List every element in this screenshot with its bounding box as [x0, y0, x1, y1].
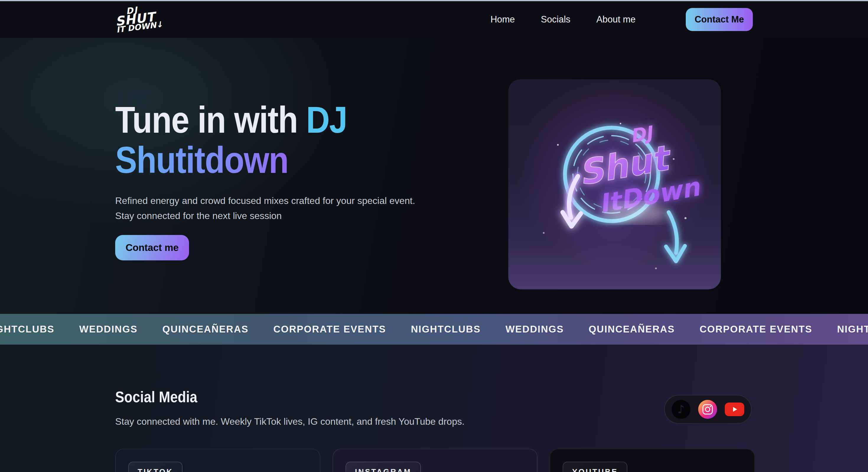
events-marquee: NIGHTCLUBS WEDDINGS QUINCEAÑERAS CORPORA… — [0, 314, 868, 345]
hero-title-line-2: Shutitdown — [115, 140, 347, 180]
tiktok-card[interactable]: TIKTOK — [115, 449, 320, 472]
marquee-item: WEDDINGS — [505, 324, 564, 335]
navbar: DJ SHUT IT DOWN↓ Home Socials About me C… — [0, 1, 868, 38]
hero-title-dj: DJ — [306, 99, 347, 141]
youtube-icon[interactable] — [725, 403, 744, 416]
marquee-item: NIGHTCLUBS — [837, 324, 868, 335]
instagram-icon[interactable] — [698, 400, 717, 419]
nav-link-about-me[interactable]: About me — [596, 14, 636, 25]
marquee-item: QUINCEAÑERAS — [162, 324, 249, 335]
social-cards-row: TIKTOK INSTAGRAM YOUTUBE — [115, 449, 755, 472]
youtube-card[interactable]: YOUTUBE — [550, 449, 755, 472]
dj-shutitdown-logo[interactable]: DJ SHUT IT DOWN↓ — [114, 4, 163, 33]
marquee-item: QUINCEAÑERAS — [589, 324, 675, 335]
instagram-card[interactable]: INSTAGRAM — [333, 449, 538, 472]
hero-title-line-1: Tune in with DJ — [115, 100, 347, 140]
hero-artwork-card: DJ Shut ItDown — [508, 79, 721, 289]
hero-subtitle-line-1: Refined energy and crowd focused mixes c… — [115, 193, 415, 208]
marquee-item: CORPORATE EVENTS — [274, 324, 386, 335]
hero-title: Tune in with DJ Shutitdown — [115, 100, 347, 180]
social-media-heading: Social Media — [115, 388, 197, 406]
glow-core — [602, 203, 667, 223]
social-icons-pill: ♪ — [664, 395, 752, 424]
marquee-item: WEDDINGS — [79, 324, 137, 335]
down-arrow-right — [666, 212, 685, 261]
social-media-section: Social Media Stay connected with me. Wee… — [0, 345, 868, 472]
nav-link-home[interactable]: Home — [491, 14, 515, 25]
youtube-play-glyph — [731, 406, 738, 413]
social-media-subtitle: Stay connected with me. Weekly TikTok li… — [115, 416, 465, 427]
hero-subtitle: Refined energy and crowd focused mixes c… — [115, 193, 415, 224]
hero-subtitle-line-2: Stay connected for the next live session — [115, 208, 415, 224]
instagram-card-badge: INSTAGRAM — [345, 462, 421, 472]
youtube-card-badge: YOUTUBE — [563, 462, 627, 472]
marquee-item: CORPORATE EVENTS — [700, 324, 812, 335]
neon-logo-art: DJ Shut ItDown — [508, 79, 721, 289]
tiktok-card-badge: TIKTOK — [128, 462, 183, 472]
tiktok-icon[interactable]: ♪ — [672, 400, 690, 419]
contact-me-nav-button[interactable]: Contact Me — [686, 8, 753, 31]
top-hairline — [0, 0, 868, 1]
nav-link-socials[interactable]: Socials — [541, 14, 570, 25]
marquee-item: NIGHTCLUBS — [411, 324, 480, 335]
contact-me-hero-button[interactable]: Contact me — [115, 235, 189, 260]
instagram-glyph — [702, 404, 713, 415]
hero-section: Tune in with DJ Shutitdown Refined energ… — [0, 38, 868, 314]
hero-title-prefix: Tune in with — [115, 99, 306, 141]
marquee-item: NIGHTCLUBS — [0, 324, 54, 335]
nav-links: Home Socials About me Contact Me — [491, 8, 753, 31]
